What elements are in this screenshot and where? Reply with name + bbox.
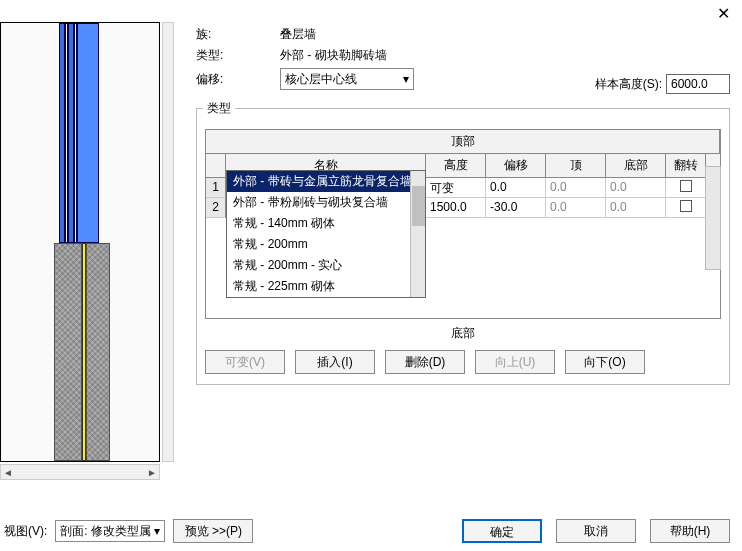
row-num: 1	[206, 178, 226, 198]
dropdown-option[interactable]: 常规 - 200mm	[227, 234, 425, 255]
offset-cell[interactable]: -30.0	[486, 198, 546, 218]
name-dropdown[interactable]: 外部 - 带砖与金属立筋龙骨复合墙 外部 - 带粉刷砖与砌块复合墙 常规 - 1…	[226, 170, 426, 298]
dropdown-option[interactable]: 常规 - 140mm 砌体	[227, 213, 425, 234]
down-button[interactable]: 向下(O)	[565, 350, 645, 374]
family-value: 叠层墙	[280, 26, 316, 43]
row-num: 2	[206, 198, 226, 218]
preview-vscroll[interactable]	[162, 22, 174, 462]
type-fieldset: 类型 顶部 名称 高度 偏移 顶 底部 翻转 1 外部 - 带砖与金属立筋龙骨复…	[196, 108, 730, 385]
dropdown-scrollbar[interactable]	[410, 171, 425, 297]
col-offset: 偏移	[486, 154, 546, 178]
type-legend: 类型	[203, 100, 235, 117]
close-icon[interactable]: ✕	[717, 4, 730, 23]
flip-checkbox[interactable]	[680, 180, 692, 192]
height-cell[interactable]: 1500.0	[426, 198, 486, 218]
offset-cell[interactable]: 0.0	[486, 178, 546, 198]
col-bottom: 底部	[606, 154, 666, 178]
preview-button[interactable]: 预览 >>(P)	[173, 519, 253, 543]
dropdown-option[interactable]: 外部 - 带粉刷砖与砌块复合墙	[227, 192, 425, 213]
sample-height-label: 样本高度(S):	[595, 76, 662, 93]
col-top: 顶	[546, 154, 606, 178]
dropdown-option[interactable]: 常规 - 225mm 砌体	[227, 276, 425, 297]
view-label: 视图(V):	[4, 523, 47, 540]
help-button[interactable]: 帮助(H)	[650, 519, 730, 543]
cancel-button[interactable]: 取消	[556, 519, 636, 543]
col-flip: 翻转	[666, 154, 706, 178]
scroll-left-icon[interactable]: ◄	[1, 467, 15, 478]
preview-hscroll[interactable]: ◄ ►	[0, 464, 160, 480]
type-table: 顶部 名称 高度 偏移 顶 底部 翻转 1 外部 - 带砖与金属立筋龙骨复合墙▾…	[205, 129, 721, 319]
dropdown-option[interactable]: 常规 - 200mm - 实心	[227, 255, 425, 276]
table-vscroll[interactable]	[705, 166, 721, 270]
preview-panel: ◄ ►	[0, 22, 176, 492]
offset-label: 偏移:	[196, 71, 280, 88]
height-cell[interactable]: 可变	[426, 178, 486, 198]
variable-button: 可变(V)	[205, 350, 285, 374]
offset-select[interactable]: 核心层中心线 ▾	[280, 68, 414, 90]
offset-select-value: 核心层中心线	[285, 71, 357, 88]
chevron-down-icon: ▾	[403, 72, 409, 86]
table-top-header: 顶部	[206, 130, 720, 154]
insert-button[interactable]: 插入(I)	[295, 350, 375, 374]
top-cell: 0.0	[546, 198, 606, 218]
col-num	[206, 154, 226, 178]
flip-cell[interactable]	[666, 178, 706, 198]
type-label: 类型:	[196, 47, 280, 64]
delete-button[interactable]: 删除(D)	[385, 350, 465, 374]
dropdown-option[interactable]: 外部 - 带砖与金属立筋龙骨复合墙	[227, 171, 425, 192]
type-value: 外部 - 砌块勒脚砖墙	[280, 47, 387, 64]
up-button: 向上(U)	[475, 350, 555, 374]
sample-height-input[interactable]	[666, 74, 730, 94]
view-combo[interactable]: 剖面: 修改类型属 ▾	[55, 520, 165, 542]
table-bottom-label: 底部	[205, 325, 721, 342]
chevron-down-icon: ▾	[154, 524, 160, 538]
dialog-footer: 视图(V): 剖面: 修改类型属 ▾ 预览 >>(P) 确定 取消 帮助(H)	[0, 519, 742, 543]
bottom-cell: 0.0	[606, 198, 666, 218]
scroll-right-icon[interactable]: ►	[145, 467, 159, 478]
bottom-cell: 0.0	[606, 178, 666, 198]
flip-cell[interactable]	[666, 198, 706, 218]
flip-checkbox[interactable]	[680, 200, 692, 212]
ok-button[interactable]: 确定	[462, 519, 542, 543]
family-label: 族:	[196, 26, 280, 43]
wall-preview	[0, 22, 160, 462]
col-height: 高度	[426, 154, 486, 178]
top-cell: 0.0	[546, 178, 606, 198]
